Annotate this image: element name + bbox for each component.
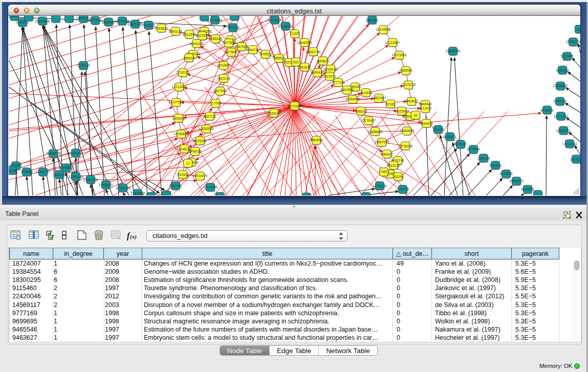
svg-text:7632621: 7632621 — [489, 164, 502, 167]
svg-text:15807249: 15807249 — [375, 140, 389, 144]
svg-text:7357224: 7357224 — [226, 26, 239, 29]
svg-text:15692971: 15692971 — [556, 129, 571, 133]
svg-text:10033809: 10033809 — [208, 18, 223, 22]
svg-text:94: 94 — [413, 114, 418, 117]
svg-text:19654923: 19654923 — [400, 129, 415, 133]
svg-text:1952: 1952 — [380, 170, 388, 173]
svg-text:7386322: 7386322 — [354, 110, 367, 113]
svg-text:7625402: 7625402 — [176, 173, 189, 177]
svg-text:12093852: 12093852 — [553, 84, 568, 87]
svg-text:8186328: 8186328 — [209, 37, 222, 40]
svg-text:8813054: 8813054 — [268, 18, 281, 22]
svg-text:16671355: 16671355 — [128, 23, 143, 26]
svg-text:14136141: 14136141 — [373, 184, 387, 188]
svg-text:2037: 2037 — [292, 60, 300, 64]
svg-text:1733426: 1733426 — [396, 187, 409, 191]
svg-text:13405: 13405 — [10, 16, 19, 18]
svg-text:2887682: 2887682 — [365, 18, 379, 22]
svg-text:16154838: 16154838 — [376, 28, 391, 31]
svg-text:10958107: 10958107 — [99, 183, 114, 187]
svg-text:8471676: 8471676 — [499, 172, 513, 176]
svg-text:16648784: 16648784 — [446, 49, 461, 53]
svg-text:252254: 252254 — [393, 175, 404, 179]
svg-text:8427552: 8427552 — [213, 89, 227, 93]
svg-text:6879197: 6879197 — [454, 142, 467, 146]
svg-text:16961758: 16961758 — [306, 50, 321, 54]
svg-text:11325: 11325 — [290, 32, 299, 35]
svg-text:7955812: 7955812 — [316, 59, 330, 63]
svg-text:9129966: 9129966 — [560, 54, 574, 58]
svg-text:16210643: 16210643 — [554, 115, 569, 118]
svg-text:11923466: 11923466 — [130, 191, 145, 195]
svg-text:10973493: 10973493 — [392, 53, 407, 57]
svg-text:15720407: 15720407 — [361, 119, 376, 122]
svg-text:9699695: 9699695 — [420, 122, 433, 125]
svg-text:391590: 391590 — [9, 169, 17, 172]
svg-text:13353504: 13353504 — [199, 127, 214, 130]
svg-text:10654112: 10654112 — [509, 179, 524, 183]
svg-text:16782759: 16782759 — [116, 186, 130, 190]
svg-text:10807487: 10807487 — [372, 96, 386, 100]
svg-text:19166825: 19166825 — [174, 132, 189, 136]
svg-text:1362615: 1362615 — [298, 65, 311, 69]
svg-text:6794028: 6794028 — [324, 68, 337, 71]
svg-text:12505135: 12505135 — [69, 175, 83, 179]
svg-text:164095: 164095 — [432, 128, 444, 132]
svg-text:18724007: 18724007 — [288, 104, 302, 108]
svg-text:17016504: 17016504 — [562, 142, 577, 146]
svg-text:15751074: 15751074 — [566, 40, 580, 43]
svg-text:1527602: 1527602 — [89, 18, 102, 22]
svg-text:3498222: 3498222 — [188, 149, 202, 153]
svg-text:7485083: 7485083 — [399, 69, 412, 72]
svg-text:2803144: 2803144 — [217, 77, 230, 80]
svg-text:6497568: 6497568 — [340, 88, 354, 92]
svg-text:17: 17 — [186, 162, 190, 165]
svg-text:6466160: 6466160 — [102, 20, 115, 24]
svg-text:9474444: 9474444 — [467, 147, 480, 151]
svg-text:12942737: 12942737 — [36, 170, 51, 173]
svg-text:9884554: 9884554 — [310, 138, 323, 142]
svg-text:2718126: 2718126 — [176, 71, 189, 74]
svg-text:2830028: 2830028 — [267, 112, 280, 115]
svg-text:9084067: 9084067 — [380, 152, 394, 156]
svg-text:16640910: 16640910 — [297, 41, 312, 45]
svg-text:1115682: 1115682 — [20, 170, 33, 173]
svg-text:12213389: 12213389 — [172, 85, 187, 89]
svg-text:9242848: 9242848 — [217, 63, 230, 67]
svg-text:19218506: 19218506 — [278, 25, 293, 28]
svg-text:17359924: 17359924 — [69, 151, 83, 155]
svg-text:15716485: 15716485 — [203, 185, 218, 189]
svg-text:7663822: 7663822 — [155, 27, 168, 30]
svg-text:2935114: 2935114 — [477, 157, 490, 160]
svg-text:8454749: 8454749 — [246, 48, 259, 52]
svg-text:12213967: 12213967 — [385, 41, 400, 45]
svg-text:1621072: 1621072 — [323, 75, 336, 78]
svg-text:8960124: 8960124 — [169, 30, 182, 33]
svg-text:62160: 62160 — [386, 102, 395, 106]
svg-text:8990448: 8990448 — [311, 71, 324, 74]
svg-text:1244419: 1244419 — [553, 99, 567, 103]
svg-text:16107553: 16107553 — [169, 100, 184, 104]
svg-text:9227342: 9227342 — [556, 69, 569, 72]
svg-text:1905492: 1905492 — [172, 117, 185, 120]
svg-text:16543382: 16543382 — [189, 42, 204, 46]
svg-text:717008: 717008 — [210, 101, 221, 105]
svg-text:(x): (x) — [130, 233, 137, 240]
svg-text:8878352: 8878352 — [193, 139, 207, 143]
svg-text:17957225: 17957225 — [83, 178, 98, 182]
svg-text:8267110: 8267110 — [204, 115, 216, 118]
svg-text:9245652: 9245652 — [521, 187, 534, 191]
svg-text:8912954: 8912954 — [183, 33, 196, 36]
svg-text:8215953: 8215953 — [540, 108, 554, 112]
svg-text:3824554: 3824554 — [359, 91, 373, 95]
svg-text:20364436: 20364436 — [345, 97, 360, 101]
svg-text:989610: 989610 — [183, 56, 194, 60]
svg-text:1588520: 1588520 — [272, 56, 286, 60]
svg-text:20206576: 20206576 — [46, 151, 61, 155]
svg-text:1167533: 1167533 — [570, 158, 580, 161]
svg-text:9327500: 9327500 — [195, 34, 209, 37]
svg-text:9463627: 9463627 — [405, 99, 418, 103]
svg-text:8938923: 8938923 — [443, 135, 456, 139]
svg-text:9327508: 9327508 — [222, 41, 235, 45]
svg-text:3113400: 3113400 — [419, 106, 432, 110]
